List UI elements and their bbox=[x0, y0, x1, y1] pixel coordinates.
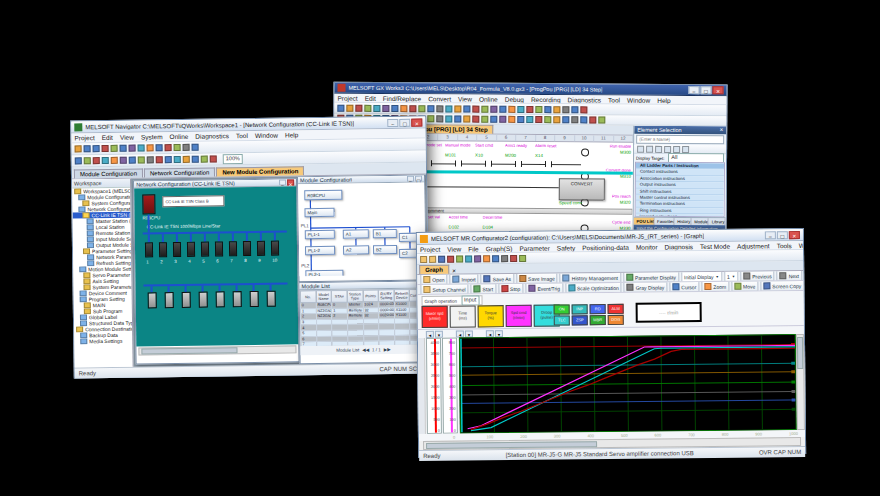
toolbar-button-event-trig[interactable]: Event/Trig bbox=[525, 283, 563, 294]
io-module[interactable] bbox=[148, 292, 157, 308]
toolbar-icon[interactable] bbox=[472, 116, 479, 123]
toolbar-icon[interactable] bbox=[454, 115, 461, 122]
graph-vscrollbar[interactable] bbox=[796, 334, 805, 430]
toolbar-icon[interactable] bbox=[429, 255, 436, 262]
toolbar-button-stop[interactable]: Stop bbox=[498, 283, 523, 294]
flow-box[interactable]: B1 bbox=[373, 229, 397, 238]
trend-plot-svg[interactable] bbox=[460, 335, 796, 433]
function-block[interactable]: CONVERT bbox=[559, 178, 605, 200]
menu-item[interactable]: Debug bbox=[505, 95, 524, 102]
menu-item[interactable]: Window bbox=[255, 132, 278, 139]
toolbar-icon[interactable] bbox=[93, 157, 100, 164]
toolbar-icon[interactable] bbox=[481, 105, 488, 112]
toolbar-icon[interactable] bbox=[364, 104, 371, 111]
toolbar-icon[interactable] bbox=[465, 255, 472, 262]
menu-item[interactable]: View bbox=[447, 245, 461, 252]
table-header-cell[interactable]: STA# bbox=[331, 290, 347, 302]
toolbar-icon[interactable] bbox=[646, 145, 653, 152]
module-flow-canvas[interactable]: R08CPUMainPL1-1PL1-2A1A2B1B2C1C2PL2-1END… bbox=[298, 183, 425, 277]
table-header-cell[interactable]: Points bbox=[363, 290, 379, 302]
menu-item[interactable]: Window bbox=[799, 241, 803, 248]
digital-chip[interactable]: ZSP bbox=[572, 315, 588, 325]
menu-item[interactable]: Tool bbox=[608, 96, 620, 103]
tab-module-configuration[interactable]: Module Configuration bbox=[74, 168, 143, 178]
menu-item[interactable]: Project bbox=[74, 134, 94, 141]
menu-item[interactable]: Window bbox=[627, 96, 650, 103]
y-axis-speed[interactable]: 40003500300025002000150010005000 bbox=[426, 338, 442, 434]
toolbar-icon[interactable] bbox=[138, 156, 145, 163]
toolbar-icon[interactable] bbox=[483, 255, 490, 262]
minimize-icon[interactable]: – bbox=[279, 179, 286, 185]
menu-item[interactable]: Safety bbox=[557, 244, 576, 251]
flow-box[interactable]: Main bbox=[304, 208, 334, 217]
toolbar-icon[interactable] bbox=[499, 116, 506, 123]
table-header-cell[interactable]: Station Type bbox=[347, 290, 363, 302]
menu-item[interactable]: Diagnosis bbox=[665, 243, 694, 250]
toolbar-combo-initial-display[interactable]: Initial Display▼ bbox=[681, 271, 722, 282]
toolbar-icon[interactable] bbox=[192, 144, 199, 151]
remote-module[interactable] bbox=[243, 241, 251, 256]
menu-item[interactable]: Diagnostics bbox=[568, 96, 602, 103]
toolbar-icon[interactable] bbox=[463, 105, 470, 112]
tab-graph[interactable]: Graph bbox=[419, 265, 449, 274]
y-axis-command[interactable]: 8007006005004003002001000 bbox=[442, 338, 458, 434]
toolbar-button-previous[interactable]: Previous bbox=[740, 271, 775, 282]
section-bar[interactable]: ECU comment bbox=[411, 207, 633, 215]
io-module[interactable] bbox=[165, 292, 174, 308]
digital-chip[interactable]: TLC bbox=[554, 315, 570, 325]
network-canvas[interactable]: CC-Link IE TSN Class BR08CPUCC-Link IE T… bbox=[134, 186, 298, 346]
toolbar-icon[interactable] bbox=[562, 116, 569, 123]
toolbar-button-open[interactable]: Open bbox=[420, 274, 447, 285]
toolbar-button-gray-display[interactable]: Gray Display bbox=[624, 281, 668, 292]
toolbar-icon[interactable] bbox=[102, 157, 109, 164]
toolbar-icon[interactable] bbox=[454, 105, 461, 112]
flow-box[interactable]: B2 bbox=[373, 245, 397, 254]
toolbar-icon[interactable] bbox=[445, 115, 452, 122]
minimize-icon[interactable]: – bbox=[407, 176, 414, 182]
network-hscrollbar[interactable] bbox=[138, 345, 296, 355]
menu-item[interactable]: Tool bbox=[236, 132, 248, 139]
maximize-icon[interactable]: ▢ bbox=[777, 231, 788, 239]
table-header-cell[interactable]: No. bbox=[300, 291, 316, 303]
toolbar-icon[interactable] bbox=[508, 105, 515, 112]
menu-item[interactable]: Graph(S) bbox=[486, 245, 513, 252]
toolbar-icon[interactable] bbox=[427, 105, 434, 112]
toolbar-icon[interactable] bbox=[355, 104, 362, 111]
toolbar-icon[interactable] bbox=[544, 106, 551, 113]
flow-box[interactable]: PL1-2 bbox=[305, 246, 335, 255]
remote-module[interactable] bbox=[215, 241, 223, 256]
remote-module[interactable] bbox=[187, 242, 195, 257]
toolbar-icon[interactable] bbox=[210, 155, 217, 162]
toolbar-icon[interactable] bbox=[510, 254, 517, 261]
toolbar-icon[interactable] bbox=[138, 144, 145, 151]
toolbar-icon[interactable] bbox=[111, 157, 118, 164]
digital-chip[interactable]: ALM bbox=[608, 304, 624, 314]
toolbar-icon[interactable] bbox=[129, 145, 136, 152]
menu-item[interactable]: View bbox=[120, 134, 134, 141]
toolbar-button-start[interactable]: Start bbox=[470, 283, 496, 294]
toolbar-icon[interactable] bbox=[129, 157, 136, 164]
toolbar-icon[interactable] bbox=[664, 145, 671, 152]
menu-item[interactable]: Test Mode bbox=[700, 242, 730, 249]
toolbar-icon[interactable] bbox=[474, 255, 481, 262]
toolbar-icon[interactable] bbox=[337, 104, 344, 111]
menu-item[interactable]: Edit bbox=[365, 94, 376, 101]
toolbar-icon[interactable] bbox=[637, 145, 644, 152]
minimize-icon[interactable]: – bbox=[387, 118, 398, 126]
toolbar-icon[interactable] bbox=[174, 144, 181, 151]
toolbar-button-scale-optimization[interactable]: Scale Optimization bbox=[565, 282, 622, 294]
plc-cpu-module[interactable] bbox=[142, 194, 155, 214]
axis-down-icon[interactable]: ▼ bbox=[495, 330, 503, 337]
toolbar-icon[interactable] bbox=[535, 106, 542, 113]
toolbar-icon[interactable] bbox=[589, 116, 596, 123]
remote-module[interactable] bbox=[229, 241, 237, 256]
toolbar-icon[interactable] bbox=[120, 157, 127, 164]
toolbar-button-history-management[interactable]: History Management bbox=[560, 272, 621, 284]
toolbar-icon[interactable] bbox=[84, 157, 91, 164]
minimize-icon[interactable]: – bbox=[688, 86, 699, 94]
table-header-cell[interactable]: RX/RY Setting bbox=[378, 289, 394, 301]
menu-item[interactable]: Parameter bbox=[519, 244, 549, 251]
toolbar-icon[interactable] bbox=[598, 116, 605, 123]
flow-box[interactable]: R08CPU bbox=[304, 190, 342, 201]
toolbar-icon[interactable] bbox=[111, 145, 118, 152]
